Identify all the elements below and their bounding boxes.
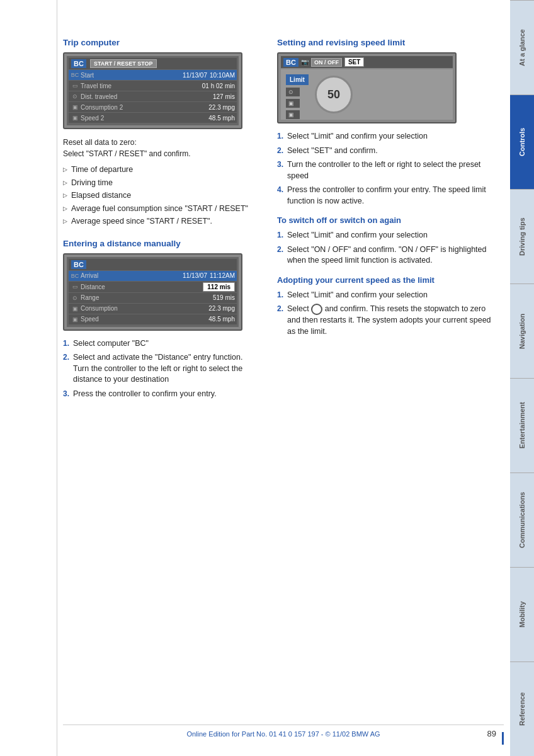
speed-screen-body: Limit ⊙ ▣ ▣ 50	[281, 69, 453, 120]
bullet-avg-fuel: Average fuel consumption since "START / …	[63, 203, 258, 215]
speed-icon-1: ⊙	[286, 88, 300, 96]
dist-row-consumption: ▣ Consumption 22.3 mpg	[69, 304, 237, 314]
set-button[interactable]: SET	[344, 57, 364, 67]
screen-header: BC START / RESET STOP	[69, 58, 237, 69]
bc-label: BC	[71, 59, 86, 68]
tab-communications[interactable]: Communications	[510, 472, 534, 567]
footer: Online Edition for Part No. 01 41 0 157 …	[63, 724, 504, 738]
speed-step-3: 3. Turn the controller to the left or ri…	[277, 159, 491, 181]
speed-circle: 50	[315, 76, 353, 113]
speed-icon: ▣	[71, 113, 79, 122]
dist-limit-icon: ▭	[71, 282, 79, 291]
speed-limit-section: Setting and revising speed limit BC 📷 ON…	[277, 38, 491, 207]
bullet-driving-time: Driving time	[63, 178, 258, 189]
bullet-time-departure: Time of departure	[63, 164, 258, 176]
dist-step-1: 1. Select computer "BC"	[63, 338, 258, 350]
dist-bc-icon: BC	[71, 272, 79, 280]
entering-distance-steps: 1. Select computer "BC" 2. Select and ac…	[63, 338, 258, 400]
bullet-elapsed-distance: Elapsed distance	[63, 190, 258, 202]
left-column: Trip computer BC START / RESET STOP BC S…	[63, 38, 258, 404]
bc-icon: BC	[71, 71, 79, 79]
screen-row-speed: ▣ Speed 2 48.5 mph	[69, 113, 237, 123]
clock-icon: ⊙	[71, 92, 79, 101]
dist-row-range: ⊙ Range 519 mis	[69, 293, 237, 303]
tab-entertainment[interactable]: Entertainment	[510, 378, 534, 472]
fuel-icon: ▣	[71, 103, 79, 112]
right-column: Setting and revising speed limit BC 📷 ON…	[277, 38, 491, 404]
trip-computer-section: Trip computer BC START / RESET STOP BC S…	[63, 38, 258, 227]
dist-step-3: 3. Press the controller to confirm your …	[63, 389, 258, 400]
tab-at-a-glance[interactable]: At a glance	[510, 0, 534, 94]
speed-step-4: 4. Press the controller to confirm your …	[277, 185, 491, 207]
footer-text: Online Edition for Part No. 01 41 0 157 …	[186, 730, 380, 738]
switch-step-1: 1. Select "Limit" and confirm your selec…	[277, 230, 491, 241]
dist-screen-header: BC	[69, 259, 237, 270]
trip-computer-screen: BC START / RESET STOP BC Start 11/13/07 …	[63, 52, 242, 129]
speed-step-2: 2. Select "SET" and confirm.	[277, 146, 491, 157]
dist-speed-icon: ▣	[71, 315, 79, 324]
switch-off-title: To switch off or switch on again	[277, 215, 491, 225]
camera-icon: 📷	[301, 59, 309, 66]
dist-screen-inner: BC BC Arrival 11/13/07 11:12AM ▭ Distanc…	[67, 257, 239, 327]
screen-inner: BC START / RESET STOP BC Start 11/13/07 …	[67, 56, 239, 125]
page-number: 89	[487, 729, 496, 738]
dist-bc-label: BC	[71, 260, 86, 269]
tab-mobility[interactable]: Mobility	[510, 567, 534, 662]
speed-limit-steps: 1. Select "Limit" and confirm your selec…	[277, 131, 491, 207]
trip-computer-title: Trip computer	[63, 38, 258, 47]
dist-fuel-icon: ▣	[71, 304, 79, 313]
dist-step-2: 2. Select and activate the "Distance" en…	[63, 352, 258, 386]
speed-screen-header: BC 📷 ON / OFF SET	[281, 56, 453, 68]
dist-row-arrival: BC Arrival 11/13/07 11:12AM	[69, 271, 237, 281]
side-tabs: At a glance Controls Driving tips Naviga…	[510, 0, 534, 756]
adopt-step-1: 1. Select "Limit" and confirm your selec…	[277, 290, 491, 301]
page-number-bar	[502, 732, 504, 745]
distance-screen: BC BC Arrival 11/13/07 11:12AM ▭ Distanc…	[63, 253, 242, 331]
dist-row-distance: ▭ Distance 112 mis	[69, 282, 237, 292]
speed-limit-title: Setting and revising speed limit	[277, 38, 491, 47]
switch-step-2: 2. Select "ON / OFF" and confirm. "ON / …	[277, 244, 491, 266]
stopwatch-icon	[311, 304, 322, 315]
adopt-step-2: 2. Select and confirm. This resets the s…	[277, 304, 491, 337]
tab-navigation[interactable]: Navigation	[510, 284, 534, 378]
switch-off-steps: 1. Select "Limit" and confirm your selec…	[277, 230, 491, 266]
bullet-avg-speed: Average speed since "START / RESET".	[63, 216, 258, 227]
dist-clock-icon: ⊙	[71, 294, 79, 302]
screen-row-start: BC Start 11/13/07 10:10AM	[69, 70, 237, 80]
tab-controls[interactable]: Controls	[510, 94, 534, 189]
speed-left-icons: Limit ⊙ ▣ ▣	[286, 74, 309, 119]
two-column-layout: Trip computer BC START / RESET STOP BC S…	[63, 38, 491, 404]
entering-distance-section: Entering a distance manually BC BC Arriv…	[63, 239, 258, 400]
tab-driving-tips[interactable]: Driving tips	[510, 189, 534, 284]
adopting-speed-title: Adopting your current speed as the limit	[277, 275, 491, 285]
limit-icon: ▭	[71, 81, 79, 90]
screen-row-consumption: ▣ Consumption 2 22.3 mpg	[69, 102, 237, 112]
speed-bc-label: BC	[283, 58, 298, 67]
screen-row-dist: ⊙ Dist. traveled 127 mis	[69, 91, 237, 101]
on-off-button[interactable]: ON / OFF	[311, 58, 342, 67]
speed-icon-3: ▣	[286, 110, 300, 119]
switch-off-section: To switch off or switch on again 1. Sele…	[277, 215, 491, 266]
dist-row-speed: ▣ Speed 48.5 mph	[69, 314, 237, 324]
speed-icon-2: ▣	[286, 99, 300, 108]
main-content: Trip computer BC START / RESET STOP BC S…	[0, 0, 510, 756]
start-reset-button[interactable]: START / RESET STOP	[90, 59, 157, 68]
adopting-speed-section: Adopting your current speed as the limit…	[277, 275, 491, 338]
reset-text: Reset all data to zero: Select "START / …	[63, 137, 258, 159]
speed-limit-screen: BC 📷 ON / OFF SET Limit ⊙ ▣ ▣ 50	[277, 52, 457, 123]
distance-value-box: 112 mis	[203, 282, 235, 292]
screen-row-travel: ▭ Travel time 01 h 02 min	[69, 81, 237, 91]
entering-distance-title: Entering a distance manually	[63, 239, 258, 248]
limit-label: Limit	[286, 74, 309, 85]
trip-computer-bullets: Time of departure Driving time Elapsed d…	[63, 164, 258, 227]
speed-step-1: 1. Select "Limit" and confirm your selec…	[277, 131, 491, 142]
tab-reference[interactable]: Reference	[510, 662, 534, 756]
adopting-speed-steps: 1. Select "Limit" and confirm your selec…	[277, 290, 491, 338]
